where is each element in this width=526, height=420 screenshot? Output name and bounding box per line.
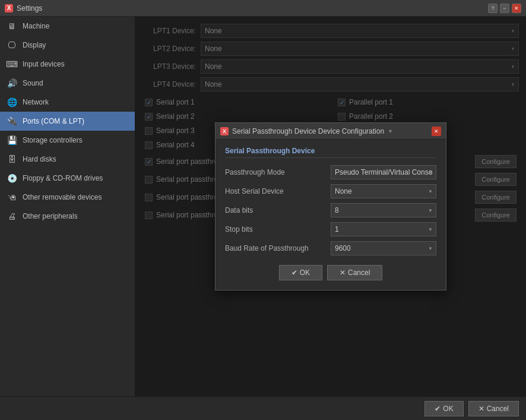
ok-icon: ✔ [291, 269, 297, 277]
data-bits-row: Data bits 5 6 7 8 [225, 203, 436, 217]
sidebar-item-other-peripherals[interactable]: 🖨 Other peripherals [0, 207, 135, 226]
ok-check-icon: ✔ [435, 405, 441, 413]
bottom-bar: ✔ OK ✕ Cancel [0, 396, 526, 420]
sidebar-label-input: Input devices [23, 60, 65, 68]
ports-icon: 🔌 [6, 115, 18, 127]
sidebar-item-network[interactable]: 🌐 Network [0, 93, 135, 112]
peripherals-icon: 🖨 [6, 210, 18, 222]
sidebar-item-machine[interactable]: 🖥 Machine [0, 17, 135, 36]
sidebar-label-other-removable: Other removable devices [23, 193, 102, 201]
sidebar-item-input[interactable]: ⌨ Input devices [0, 55, 135, 74]
passthrough-mode-label: Passthrough Mode [225, 168, 326, 176]
other-removable-icon: 🖲 [6, 191, 18, 203]
sidebar-item-display[interactable]: 🖵 Display [0, 36, 135, 55]
sidebar-label-storage: Storage controllers [23, 136, 83, 144]
sidebar-item-storage[interactable]: 💾 Storage controllers [0, 131, 135, 150]
dialog-title-arrow-icon: ▾ [389, 128, 392, 134]
sidebar-label-sound: Sound [23, 79, 43, 87]
dialog-app-icon: X [220, 127, 229, 135]
sidebar-item-ports[interactable]: 🔌 Ports (COM & LPT) [0, 112, 135, 131]
stop-bits-select-wrapper: 1 1.5 2 [331, 222, 436, 236]
cancel-icon: ✕ [340, 269, 346, 277]
dialog-section-title: Serial Passthrough Device [225, 147, 436, 158]
cancel-x-icon: ✕ [479, 405, 484, 413]
sidebar-label-ports: Ports (COM & LPT) [23, 117, 84, 125]
baud-rate-select[interactable]: 110 300 600 1200 2400 4800 9600 19200 38… [331, 241, 436, 255]
ok-button[interactable]: ✔ OK [424, 401, 463, 416]
machine-icon: 🖥 [6, 20, 18, 32]
sidebar-label-other-peripherals: Other peripherals [23, 212, 78, 220]
dialog-buttons: ✔ OK ✕ Cancel [225, 260, 436, 283]
window-title: Settings [17, 4, 42, 12]
main-panel: LPT1 Device: None LPT2 Device: None LPT3… [135, 17, 526, 396]
dialog-title: Serial Passthrough Device Device Configu… [232, 127, 384, 135]
sidebar-label-machine: Machine [23, 22, 49, 30]
sidebar-label-hard-disks: Hard disks [23, 155, 56, 163]
app-icon: X [5, 4, 13, 12]
cancel-label: Cancel [487, 405, 509, 413]
titlebar-left: X Settings [5, 4, 42, 12]
sound-icon: 🔊 [6, 77, 18, 89]
dialog-overlay: X Serial Passthrough Device Device Confi… [135, 17, 526, 396]
dialog-cancel-button[interactable]: ✕ Cancel [327, 265, 382, 280]
sidebar-label-floppy: Floppy & CD-ROM drives [23, 174, 103, 182]
data-bits-label: Data bits [225, 206, 326, 214]
dialog-titlebar: X Serial Passthrough Device Device Confi… [216, 123, 446, 140]
titlebar-controls: ? − ✕ [488, 4, 521, 13]
hard-disk-icon: 🗄 [6, 153, 18, 165]
data-bits-select-wrapper: 5 6 7 8 [331, 203, 436, 217]
dialog-ok-label: OK [300, 269, 310, 277]
dialog-content: Serial Passthrough Device Passthrough Mo… [216, 140, 446, 290]
display-icon: 🖵 [6, 39, 18, 51]
close-button[interactable]: ✕ [512, 4, 521, 13]
floppy-icon: 💿 [6, 172, 18, 184]
host-serial-device-row: Host Serial Device None /dev/ttyS0 /dev/… [225, 184, 436, 198]
content-area: 🖥 Machine 🖵 Display ⌨ Input devices 🔊 So… [0, 17, 526, 396]
ok-label: OK [443, 405, 453, 413]
sidebar-item-hard-disks[interactable]: 🗄 Hard disks [0, 150, 135, 169]
storage-icon: 💾 [6, 134, 18, 146]
baud-rate-label: Baud Rate of Passthrough [225, 244, 326, 252]
cancel-button[interactable]: ✕ Cancel [468, 401, 519, 416]
sidebar-label-network: Network [23, 98, 49, 106]
sidebar-item-floppy[interactable]: 💿 Floppy & CD-ROM drives [0, 169, 135, 188]
dialog-titlebar-left: X Serial Passthrough Device Device Confi… [220, 127, 392, 135]
main-window: X Settings ? − ✕ 🖥 Machine 🖵 Display ⌨ I… [0, 0, 526, 420]
passthrough-mode-row: Passthrough Mode Pseudo Terminal/Virtual… [225, 165, 436, 179]
sidebar-label-display: Display [23, 41, 46, 49]
titlebar: X Settings ? − ✕ [0, 0, 526, 17]
serial-passthrough-dialog: X Serial Passthrough Device Device Confi… [215, 122, 446, 290]
stop-bits-select[interactable]: 1 1.5 2 [331, 222, 436, 236]
baud-rate-select-wrapper: 110 300 600 1200 2400 4800 9600 19200 38… [331, 241, 436, 255]
dialog-cancel-label: Cancel [348, 269, 370, 277]
data-bits-select[interactable]: 5 6 7 8 [331, 203, 436, 217]
sidebar: 🖥 Machine 🖵 Display ⌨ Input devices 🔊 So… [0, 17, 135, 396]
host-serial-device-label: Host Serial Device [225, 187, 326, 195]
dialog-ok-button[interactable]: ✔ OK [279, 265, 322, 280]
passthrough-mode-select-wrapper: Pseudo Terminal/Virtual Console Host Dev… [331, 165, 436, 179]
input-icon: ⌨ [6, 58, 18, 70]
help-button[interactable]: ? [488, 4, 498, 13]
passthrough-mode-select[interactable]: Pseudo Terminal/Virtual Console Host Dev… [331, 165, 436, 179]
stop-bits-row: Stop bits 1 1.5 2 [225, 222, 436, 236]
sidebar-item-sound[interactable]: 🔊 Sound [0, 74, 135, 93]
host-serial-device-select[interactable]: None /dev/ttyS0 /dev/ttyS1 /dev/ttyUSB0 [331, 184, 436, 198]
sidebar-item-other-removable[interactable]: 🖲 Other removable devices [0, 188, 135, 207]
host-serial-device-select-wrapper: None /dev/ttyS0 /dev/ttyS1 /dev/ttyUSB0 [331, 184, 436, 198]
minimize-button[interactable]: − [500, 4, 509, 13]
stop-bits-label: Stop bits [225, 225, 326, 233]
baud-rate-row: Baud Rate of Passthrough 110 300 600 120… [225, 241, 436, 255]
network-icon: 🌐 [6, 96, 18, 108]
dialog-close-button[interactable]: ✕ [432, 127, 441, 136]
